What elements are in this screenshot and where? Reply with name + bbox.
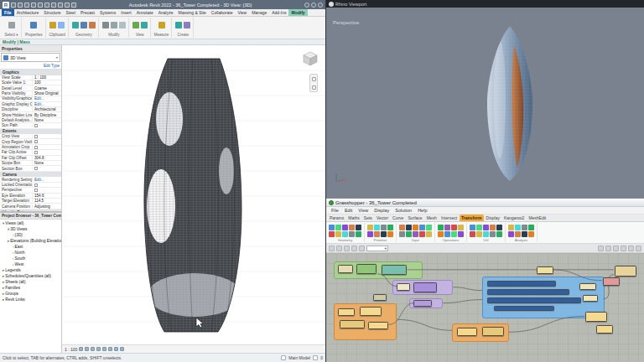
property-edit-button[interactable]: Edit... xyxy=(32,102,61,106)
gh-node-20[interactable] xyxy=(603,277,620,286)
component-icon[interactable] xyxy=(342,225,348,230)
property-value[interactable] xyxy=(32,135,61,138)
component-icon[interactable] xyxy=(419,225,425,230)
gh-node-2[interactable] xyxy=(382,265,407,275)
component-icon[interactable] xyxy=(438,231,444,237)
tool-icon[interactable] xyxy=(111,22,117,28)
property-value[interactable] xyxy=(32,151,61,154)
tool-icon[interactable] xyxy=(132,22,139,28)
browser-item-groups[interactable]: ▸Groups xyxy=(0,291,61,297)
component-icon[interactable] xyxy=(458,231,464,237)
ribbon-tab-architecture[interactable]: Architecture xyxy=(14,9,42,16)
component-icon[interactable] xyxy=(367,225,373,230)
grasshopper-canvas[interactable] xyxy=(326,253,644,362)
gh-node-18[interactable] xyxy=(482,327,504,336)
component-icon[interactable] xyxy=(374,231,380,237)
component-icon[interactable] xyxy=(508,225,514,230)
component-icon[interactable] xyxy=(399,225,405,230)
component-icon[interactable] xyxy=(335,225,341,230)
menu-help[interactable]: Help xyxy=(415,208,429,213)
gh-node-13[interactable] xyxy=(338,308,355,316)
ribbon-tab-structure[interactable]: Structure xyxy=(41,9,63,16)
ribbon-tab-manage[interactable]: Manage xyxy=(249,9,269,16)
property-value[interactable]: By Discipline xyxy=(32,113,61,117)
gh-tab-sets[interactable]: Sets xyxy=(362,215,374,221)
gh-tab-mesh[interactable]: Mesh xyxy=(425,215,439,221)
gh-node-3[interactable] xyxy=(397,283,410,291)
tool-icon[interactable] xyxy=(184,22,190,28)
filter-icon[interactable] xyxy=(313,355,318,360)
tool-icon[interactable] xyxy=(158,22,165,28)
view-control-icon[interactable] xyxy=(91,347,95,351)
rhino-viewport[interactable]: Perspective xyxy=(326,8,644,198)
component-icon[interactable] xyxy=(381,231,387,237)
component-icon[interactable] xyxy=(451,225,457,230)
property-value[interactable] xyxy=(32,146,61,149)
ribbon-tab-precast[interactable]: Precast xyxy=(78,9,97,16)
tool-icon[interactable] xyxy=(72,22,79,28)
browser-item-legends[interactable]: ▸Legends xyxy=(0,267,61,273)
property-checkbox[interactable] xyxy=(34,146,38,149)
gh-tab-surface[interactable]: Surface xyxy=(406,215,423,221)
view-cube[interactable] xyxy=(300,49,320,69)
property-section-identity-data[interactable]: Identity Data xyxy=(0,209,61,211)
browser-item-3d-views[interactable]: ▾3D Views xyxy=(0,226,61,232)
component-icon[interactable] xyxy=(387,225,393,230)
undo-icon[interactable] xyxy=(24,3,29,8)
component-icon[interactable] xyxy=(528,231,534,237)
ribbon-tab-steel[interactable]: Steel xyxy=(64,9,78,16)
ribbon-tab-annotate[interactable]: Annotate xyxy=(134,9,156,16)
property-edit-button[interactable]: Edit... xyxy=(32,178,61,182)
gh-node-1[interactable] xyxy=(356,264,377,274)
browser-item-schedules-quantities-all[interactable]: ▸Schedules/Quantities (all) xyxy=(0,273,61,279)
gh-node-4[interactable] xyxy=(413,282,437,292)
gh-node-22[interactable] xyxy=(596,325,613,334)
tool-icon[interactable] xyxy=(8,22,15,28)
component-icon[interactable] xyxy=(335,231,341,237)
revit-viewport[interactable]: 1 : 100 xyxy=(62,45,325,353)
zoom-icon[interactable] xyxy=(312,85,316,90)
browser-item-north[interactable]: ▫North xyxy=(0,250,61,256)
component-icon[interactable] xyxy=(470,231,475,237)
gh-node-17[interactable] xyxy=(457,328,477,336)
component-icon[interactable] xyxy=(419,231,425,237)
gh-node-16[interactable] xyxy=(368,322,388,329)
property-value[interactable]: 100 xyxy=(32,80,61,85)
browser-item-elevations-building-elevation[interactable]: ▸Elevations (Building Elevation) xyxy=(0,238,61,244)
tool-icon[interactable] xyxy=(80,22,87,28)
worksets-icon[interactable] xyxy=(281,355,286,360)
component-icon[interactable] xyxy=(399,231,405,237)
menu-edit[interactable]: Edit xyxy=(342,208,355,213)
tool-icon[interactable] xyxy=(102,22,109,28)
widget-icon[interactable] xyxy=(628,246,634,251)
property-section-camera[interactable]: Camera xyxy=(0,172,61,178)
component-icon[interactable] xyxy=(356,231,361,237)
zoom-out-icon[interactable] xyxy=(351,246,357,251)
property-checkbox[interactable] xyxy=(34,140,38,143)
view-control-icon[interactable] xyxy=(96,347,101,351)
component-icon[interactable] xyxy=(444,231,450,237)
ribbon-tab-modify[interactable]: Modify xyxy=(288,9,307,16)
ribbon-tab-insert[interactable]: Insert xyxy=(118,9,134,16)
viewport-label[interactable]: Perspective xyxy=(333,20,360,25)
chevron-down-icon[interactable]: ▾ xyxy=(56,55,58,59)
user-icon[interactable] xyxy=(311,3,316,8)
open-icon[interactable] xyxy=(11,3,16,8)
browser-item-sheets-all[interactable]: ▸Sheets (all) xyxy=(0,279,61,285)
tool-icon[interactable] xyxy=(175,22,182,28)
property-value[interactable] xyxy=(32,189,61,192)
property-value[interactable]: 154.6 xyxy=(32,194,61,198)
property-value[interactable]: Show Original xyxy=(32,91,61,96)
component-icon[interactable] xyxy=(470,225,475,230)
property-value[interactable] xyxy=(32,140,61,143)
grid-icon[interactable] xyxy=(636,246,641,251)
camera-icon[interactable] xyxy=(621,246,626,251)
component-icon[interactable] xyxy=(367,231,373,237)
property-checkbox[interactable] xyxy=(34,151,38,154)
view-control-icon[interactable] xyxy=(102,347,106,351)
ribbon-tab-systems[interactable]: Systems xyxy=(97,9,118,16)
gh-node-0[interactable] xyxy=(338,265,353,273)
project-browser-header[interactable]: Project Browser - 36_Tower Completed xyxy=(0,213,61,220)
view-control-icon[interactable] xyxy=(108,347,112,351)
sync-icon[interactable] xyxy=(71,3,76,8)
